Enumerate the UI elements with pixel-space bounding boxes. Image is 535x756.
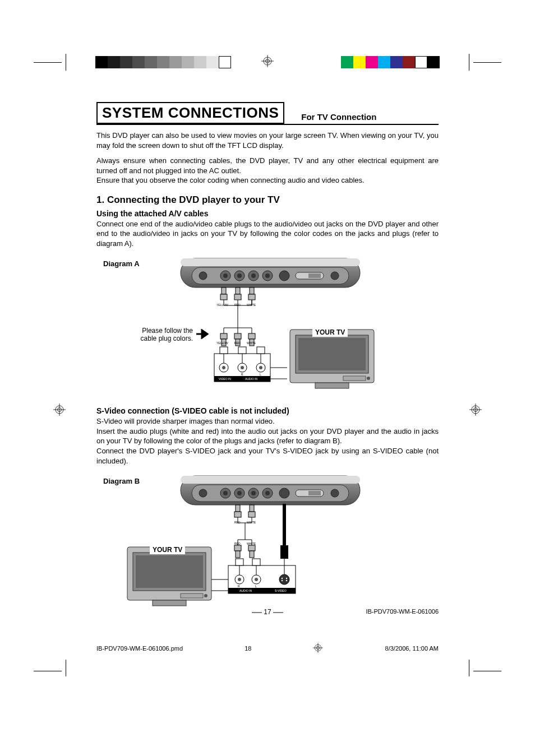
svideo-label: S-VIDEO — [275, 589, 287, 592]
svg-point-99 — [286, 580, 287, 581]
svg-rect-77 — [308, 491, 321, 495]
svg-rect-50 — [238, 347, 246, 354]
svg-point-23 — [265, 273, 270, 278]
svg-rect-87 — [250, 551, 254, 558]
plug-red-label: RED — [234, 303, 241, 307]
svg-point-44 — [222, 366, 225, 369]
crop-line-right — [473, 62, 501, 63]
print-footer: IB-PDV709-WM-E-061006.pmd 18 8/3/2006, 1… — [96, 643, 439, 654]
svg-rect-28 — [222, 287, 226, 294]
svg-rect-64 — [181, 476, 360, 484]
svg-point-66 — [199, 489, 207, 497]
page-subtitle: For TV Connection — [301, 112, 376, 124]
svg-point-92 — [238, 578, 241, 581]
sub2-heading: S-Video connection (S-VIDEO cable is not… — [96, 406, 439, 415]
svg-rect-82 — [248, 512, 255, 517]
follow-text: Please follow the cable plug colors. — [114, 327, 193, 342]
page-title: SYSTEM CONNECTIONS — [96, 102, 284, 124]
crop-line-left — [34, 62, 62, 63]
svg-point-97 — [286, 578, 287, 579]
plug-white-b2: WHITE — [247, 542, 256, 545]
diagram-a: Diagram A — [96, 254, 439, 400]
sub2-p3: Connect the DVD player's S-VIDEO jack an… — [96, 446, 439, 466]
diagram-b-label: Diagram B — [103, 477, 140, 485]
registration-mark-footer-icon — [313, 643, 323, 654]
title-row: SYSTEM CONNECTIONS For TV Connection — [96, 102, 439, 125]
print-calibration-bar — [34, 56, 501, 68]
l-label-b: L — [255, 585, 257, 588]
svg-point-75 — [279, 488, 289, 498]
svg-rect-31 — [234, 294, 241, 300]
svg-rect-81 — [250, 505, 254, 512]
plug-white-b: WHITE — [247, 521, 256, 524]
diagram-b: Diagram B — [96, 471, 439, 606]
svg-point-19 — [237, 273, 242, 278]
svg-point-27 — [331, 272, 339, 280]
svg-point-78 — [331, 489, 339, 497]
svg-point-46 — [241, 366, 244, 369]
sub2-p1: S-Video will provide sharper images than… — [96, 416, 439, 426]
plug-yellow-label: YELLOW — [216, 303, 228, 307]
svg-rect-49 — [220, 347, 228, 354]
svg-rect-83 — [280, 545, 288, 559]
r-label-b: R — [238, 585, 240, 588]
intro-p3: Ensure that you observe the color coding… — [96, 175, 439, 185]
sub1-text: Connect one end of the audio/video cable… — [96, 219, 439, 249]
video-in-label: VIDEO IN — [219, 377, 231, 381]
svg-point-62 — [367, 377, 370, 380]
plug-white-label-2: WHITE — [247, 341, 256, 345]
svg-point-17 — [223, 273, 228, 278]
section1-heading: 1. Connecting the DVD player to your TV — [96, 194, 439, 206]
svg-point-48 — [259, 366, 262, 369]
svg-rect-33 — [248, 294, 255, 300]
plug-yellow-label-2: YELLOW — [216, 341, 228, 345]
svg-rect-61 — [343, 376, 366, 381]
svg-rect-59 — [298, 338, 366, 370]
svg-point-94 — [255, 578, 258, 581]
svg-rect-60 — [315, 383, 349, 388]
svg-rect-51 — [257, 347, 265, 354]
svg-rect-32 — [250, 287, 254, 294]
plug-red-b2: RED — [234, 542, 241, 545]
svg-rect-85 — [236, 551, 240, 558]
follow-line2: cable plug colors. — [141, 335, 193, 342]
svg-point-74 — [265, 491, 270, 495]
follow-line1: Please follow the — [142, 327, 193, 335]
crop-tick-left — [66, 54, 66, 71]
svg-rect-36 — [234, 333, 241, 339]
svg-rect-80 — [234, 512, 241, 517]
svg-rect-100 — [236, 559, 243, 565]
color-swatches — [341, 56, 440, 68]
svg-rect-110 — [153, 600, 186, 606]
audio-in-b: AUDIO IN — [239, 589, 252, 592]
svg-point-72 — [251, 491, 256, 495]
footer-date: 8/3/2006, 11:00 AM — [385, 645, 439, 652]
crop-tick-right — [469, 54, 469, 71]
svg-rect-111 — [181, 593, 203, 598]
svg-rect-84 — [234, 545, 241, 551]
svg-point-98 — [282, 580, 283, 581]
page-num-value: 17 — [264, 608, 271, 616]
your-tv-label-b: YOUR TV — [150, 545, 185, 554]
plug-red-b: RED — [234, 521, 241, 524]
svg-point-24 — [279, 271, 289, 281]
your-tv-label: YOUR TV — [312, 328, 348, 337]
document-page: SYSTEM CONNECTIONS For TV Connection Thi… — [96, 74, 439, 620]
svg-rect-29 — [220, 294, 227, 300]
svg-point-21 — [251, 273, 256, 278]
svg-point-95 — [279, 574, 289, 585]
svg-rect-26 — [308, 273, 321, 278]
svg-rect-13 — [181, 258, 360, 266]
svg-point-112 — [204, 594, 207, 597]
sub2-p2: Insert the audio plugs (white and red) i… — [96, 426, 439, 446]
arrow-icon — [196, 329, 211, 341]
svg-point-15 — [199, 272, 207, 280]
registration-mark-right-icon — [469, 403, 482, 418]
plug-white-label: WHITE — [247, 303, 256, 307]
intro-p2: Always ensure when connecting cables, th… — [96, 156, 439, 175]
registration-mark-icon — [261, 55, 274, 69]
bottom-crop-marks — [0, 660, 535, 693]
sub1-heading: Using the attached A/V cables — [96, 209, 439, 218]
svg-rect-101 — [252, 559, 260, 565]
svg-point-96 — [282, 578, 283, 579]
